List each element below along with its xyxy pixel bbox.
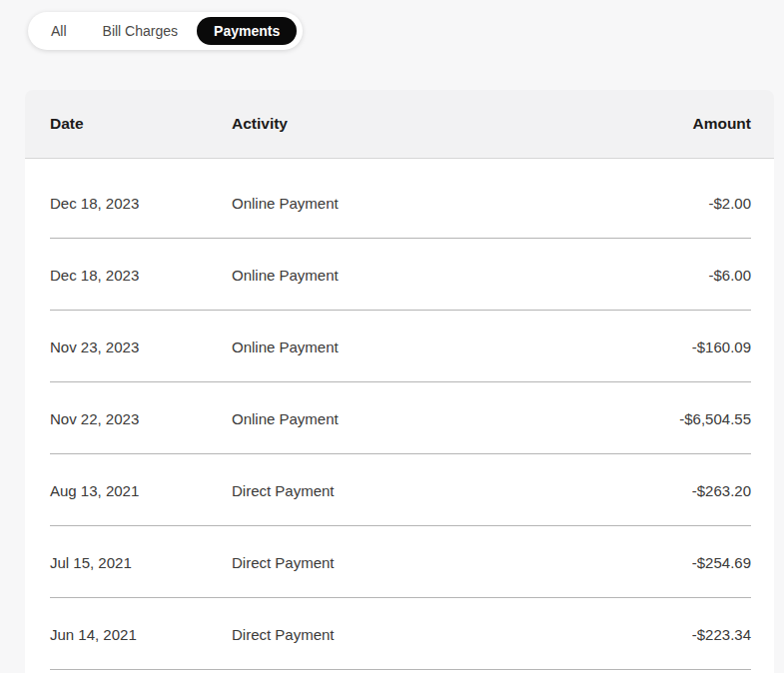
table-row[interactable]: Dec 18, 2023 Online Payment -$2.00	[25, 167, 774, 239]
date-cell: Dec 18, 2023	[50, 267, 232, 284]
date-cell: Dec 18, 2023	[50, 195, 232, 212]
table-header-row: Date Activity Amount	[25, 90, 774, 159]
column-header-amount: Amount	[692, 115, 751, 133]
activity-cell: Online Payment	[232, 267, 708, 284]
tab-all[interactable]: All	[34, 17, 84, 45]
transactions-table: Date Activity Amount Dec 18, 2023 Online…	[25, 90, 774, 673]
date-cell: Nov 22, 2023	[50, 410, 232, 427]
tab-bill-charges[interactable]: Bill Charges	[86, 17, 195, 45]
date-cell: Nov 23, 2023	[50, 338, 232, 355]
transaction-filter-tabs: All Bill Charges Payments	[28, 12, 303, 50]
activity-cell: Direct Payment	[232, 554, 692, 571]
amount-cell: -$6.00	[708, 267, 751, 284]
activity-cell: Online Payment	[232, 410, 679, 427]
activity-cell: Online Payment	[232, 195, 708, 212]
tab-payments[interactable]: Payments	[197, 17, 297, 45]
amount-cell: -$223.34	[692, 626, 751, 643]
table-row[interactable]: Nov 23, 2023 Online Payment -$160.09	[25, 311, 774, 382]
table-row[interactable]: Aug 13, 2021 Direct Payment -$263.20	[25, 454, 774, 526]
date-cell: Aug 13, 2021	[50, 482, 232, 499]
table-row[interactable]: Jul 15, 2021 Direct Payment -$254.69	[25, 526, 774, 598]
date-cell: Jul 15, 2021	[50, 554, 232, 571]
date-cell: Jun 14, 2021	[50, 626, 232, 643]
activity-cell: Online Payment	[232, 338, 692, 355]
column-header-date: Date	[50, 115, 232, 133]
activity-cell: Direct Payment	[232, 626, 692, 643]
amount-cell: -$254.69	[692, 554, 751, 571]
table-row[interactable]: Jun 14, 2021 Direct Payment -$223.34	[25, 598, 774, 670]
amount-cell: -$2.00	[708, 195, 751, 212]
amount-cell: -$6,504.55	[679, 410, 751, 427]
table-body: Dec 18, 2023 Online Payment -$2.00 Dec 1…	[25, 159, 774, 673]
amount-cell: -$263.20	[692, 482, 751, 499]
column-header-activity: Activity	[232, 115, 692, 133]
table-row[interactable]: Dec 18, 2023 Online Payment -$6.00	[25, 239, 774, 311]
activity-cell: Direct Payment	[232, 482, 692, 499]
table-row[interactable]: Nov 22, 2023 Online Payment -$6,504.55	[25, 382, 774, 454]
amount-cell: -$160.09	[692, 338, 751, 355]
